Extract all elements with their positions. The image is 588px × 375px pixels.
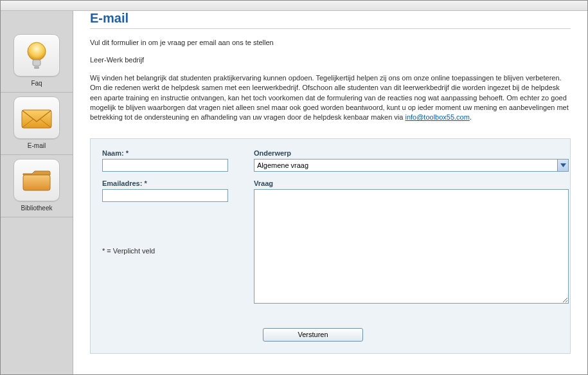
email-form-panel: Naam: * Emailadres: * * = Verplicht veld… xyxy=(90,138,571,354)
main-content: E-mail Vul dit formulier in om je vraag … xyxy=(73,1,587,374)
sidebar: Faq E-mail xyxy=(1,1,73,374)
folder-icon xyxy=(13,159,60,201)
submit-button[interactable]: Versturen xyxy=(263,328,363,342)
svg-rect-2 xyxy=(34,66,39,69)
svg-rect-3 xyxy=(22,110,51,128)
intro-text: Vul dit formulier in om je vraag per ema… xyxy=(90,38,571,123)
sidebar-item-library[interactable]: Bibliotheek xyxy=(1,155,73,217)
email-label: Emailadres: * xyxy=(102,179,228,187)
envelope-icon xyxy=(13,96,60,139)
title-divider xyxy=(90,28,571,29)
intro-line-2: Leer-Werk bedrijf xyxy=(90,55,571,65)
app-window: Faq E-mail xyxy=(0,0,588,375)
name-label: Naam: * xyxy=(102,149,228,157)
subject-label: Onderwerp xyxy=(254,149,569,157)
question-textarea[interactable] xyxy=(254,189,569,304)
sidebar-item-faq[interactable]: Faq xyxy=(1,30,73,93)
question-label: Vraag xyxy=(254,179,569,187)
page-title: E-mail xyxy=(90,11,571,26)
subject-select[interactable]: Algemene vraag xyxy=(254,159,569,172)
lightbulb-icon xyxy=(13,34,60,77)
sidebar-item-email[interactable]: E-mail xyxy=(1,93,73,155)
svg-point-0 xyxy=(28,42,46,60)
email-input[interactable] xyxy=(102,189,228,202)
required-note: * = Verplicht veld xyxy=(102,247,228,255)
sidebar-item-label: E-mail xyxy=(28,142,46,149)
svg-rect-4 xyxy=(23,175,50,190)
contact-email-link[interactable]: info@toolbox55.com xyxy=(405,113,469,121)
svg-rect-1 xyxy=(33,60,40,66)
intro-paragraph: Wij vinden het belangrijk dat studenten … xyxy=(90,73,571,123)
intro-line-1: Vul dit formulier in om je vraag per ema… xyxy=(90,38,571,48)
sidebar-item-label: Faq xyxy=(31,80,42,87)
sidebar-item-label: Bibliotheek xyxy=(21,205,53,212)
top-bar xyxy=(1,1,587,11)
name-input[interactable] xyxy=(102,159,228,172)
